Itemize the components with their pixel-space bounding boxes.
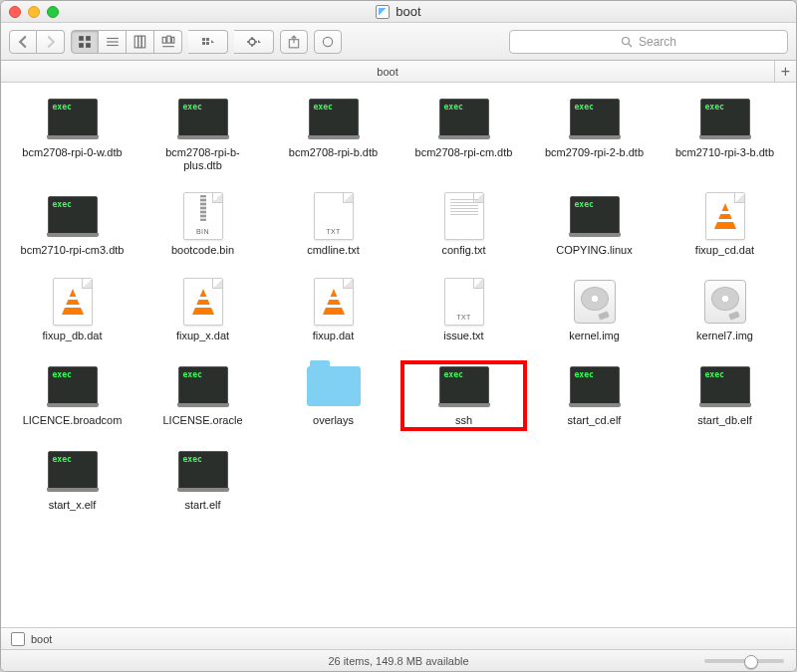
volume-icon [376, 5, 390, 19]
file-item[interactable]: bcm2709-rpi-2-b.dtb [531, 93, 658, 176]
window-title: boot [1, 4, 796, 19]
file-item[interactable]: start_x.elf [9, 445, 135, 516]
file-area[interactable]: bcm2708-rpi-0-w.dtbbcm2708-rpi-b-plus.dt… [1, 83, 796, 627]
bin-file-icon: BIN [183, 192, 223, 240]
list-view-button[interactable] [99, 30, 127, 54]
file-label: LICENSE.oracle [162, 414, 242, 427]
file-item[interactable]: bcm2708-rpi-0-w.dtb [9, 93, 135, 176]
exec-icon [439, 366, 489, 406]
file-label: bcm2708-rpi-b.dtb [289, 146, 378, 159]
exec-icon [48, 99, 98, 138]
file-item[interactable]: fixup_cd.dat [662, 190, 788, 261]
file-item[interactable]: bcm2710-rpi-3-b.dtb [662, 93, 788, 176]
svg-line-26 [629, 44, 632, 47]
file-label: bcm2710-rpi-3-b.dtb [675, 146, 774, 159]
svg-rect-3 [86, 43, 91, 48]
disk-image-icon [574, 280, 616, 324]
path-bar-label: boot [31, 633, 52, 645]
exec-icon [48, 366, 98, 406]
disk-image-icon [704, 280, 746, 324]
file-item[interactable]: TXTissue.txt [400, 276, 527, 346]
file-item[interactable]: start.elf [139, 445, 266, 516]
arrange-button[interactable] [188, 30, 228, 54]
tags-button[interactable] [314, 30, 342, 54]
vlc-icon [314, 278, 354, 326]
exec-icon [570, 366, 620, 406]
exec-icon [570, 99, 620, 138]
file-label: config.txt [441, 244, 485, 257]
file-item[interactable]: fixup_db.dat [9, 276, 135, 346]
svg-point-25 [622, 37, 629, 44]
file-label: bcm2708-rpi-cm.dtb [415, 146, 513, 159]
minimize-icon[interactable] [28, 6, 40, 18]
file-label: kernel7.img [696, 330, 753, 342]
file-label: fixup_x.dat [176, 330, 229, 342]
file-item[interactable]: overlays [270, 360, 397, 431]
close-icon[interactable] [9, 6, 21, 18]
file-item[interactable]: kernel.img [531, 276, 658, 346]
exec-icon [700, 99, 750, 138]
file-label: bcm2708-rpi-0-w.dtb [22, 146, 122, 159]
column-view-button[interactable] [127, 30, 154, 54]
finder-window: boot Search boot + bcm2708-r [0, 0, 797, 672]
svg-rect-10 [162, 37, 166, 43]
file-item[interactable]: start_db.elf [662, 360, 788, 431]
action-group [234, 30, 274, 54]
file-item[interactable]: TXTcmdline.txt [270, 190, 397, 261]
titlebar[interactable]: boot [1, 1, 796, 23]
file-item[interactable]: fixup_x.dat [139, 276, 266, 346]
svg-rect-9 [141, 36, 145, 48]
file-item[interactable]: bcm2710-rpi-cm3.dtb [9, 190, 135, 261]
file-item[interactable]: BINbootcode.bin [139, 190, 266, 261]
svg-rect-17 [206, 42, 209, 45]
vlc-icon [705, 192, 745, 240]
forward-button[interactable] [37, 30, 65, 54]
status-text: 26 items, 149.8 MB available [328, 655, 468, 667]
path-bar[interactable]: boot [1, 627, 796, 649]
svg-rect-1 [86, 36, 91, 41]
file-label: fixup.dat [313, 330, 355, 342]
back-button[interactable] [9, 30, 37, 54]
exec-icon [178, 451, 228, 491]
search-icon [621, 36, 633, 48]
txt-file-icon [444, 192, 484, 240]
svg-rect-14 [202, 38, 205, 41]
file-item[interactable]: ssh [400, 360, 527, 431]
window-title-text: boot [396, 4, 420, 19]
file-item[interactable]: bcm2708-rpi-b-plus.dtb [139, 93, 266, 176]
file-label: fixup_db.dat [43, 330, 103, 342]
icon-size-slider[interactable] [704, 659, 784, 663]
search-field[interactable]: Search [509, 30, 788, 54]
file-label: kernel.img [569, 330, 620, 342]
exec-icon [309, 99, 359, 138]
toolbar: Search [1, 23, 796, 61]
tab-bar: boot + [1, 61, 796, 83]
file-label: LICENCE.broadcom [23, 414, 123, 427]
file-label: bootcode.bin [171, 244, 234, 257]
file-item[interactable]: start_cd.elf [531, 360, 658, 431]
zoom-icon[interactable] [47, 6, 59, 18]
file-item[interactable]: fixup.dat [270, 276, 397, 346]
file-item[interactable]: config.txt [400, 190, 527, 261]
exec-icon [48, 196, 98, 236]
file-item[interactable]: COPYING.linux [531, 190, 658, 261]
file-label: issue.txt [443, 330, 483, 342]
file-item[interactable]: kernel7.img [662, 276, 788, 346]
share-button[interactable] [280, 30, 308, 54]
status-bar: 26 items, 149.8 MB available [1, 649, 796, 671]
svg-rect-12 [171, 37, 173, 43]
tab-label[interactable]: boot [1, 66, 774, 78]
icon-view-button[interactable] [71, 30, 99, 54]
file-item[interactable]: LICENCE.broadcom [9, 360, 135, 431]
txt-file-icon: TXT [444, 278, 484, 326]
vlc-icon [183, 278, 223, 326]
action-button[interactable] [234, 30, 274, 54]
file-label: overlays [313, 414, 354, 427]
file-item[interactable]: bcm2708-rpi-b.dtb [270, 93, 397, 176]
txt-file-icon: TXT [314, 192, 354, 240]
coverflow-view-button[interactable] [154, 30, 182, 54]
file-item[interactable]: LICENSE.oracle [139, 360, 266, 431]
new-tab-button[interactable]: + [774, 61, 796, 83]
file-item[interactable]: bcm2708-rpi-cm.dtb [400, 93, 527, 176]
exec-icon [439, 99, 489, 138]
